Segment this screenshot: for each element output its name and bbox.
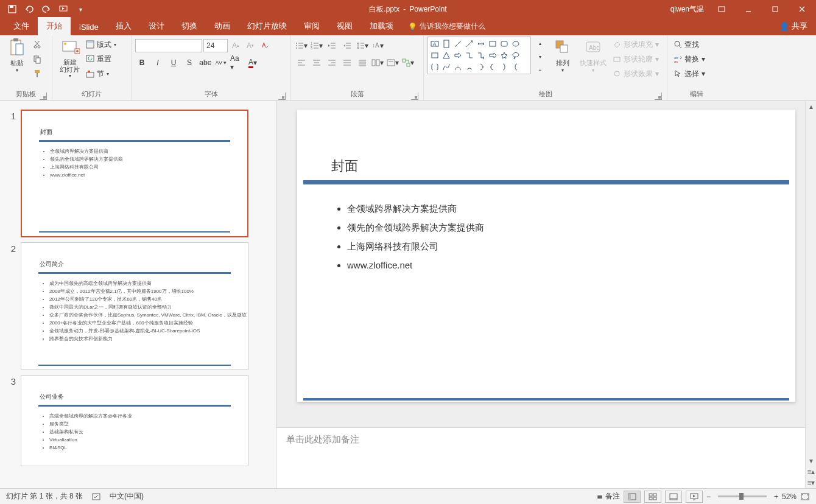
- zoom-out-button[interactable]: −: [706, 492, 711, 501]
- customize-qat-button[interactable]: ▾: [73, 2, 88, 16]
- ribbon-display-options-button[interactable]: [712, 2, 731, 16]
- font-dialog-launcher[interactable]: [278, 93, 286, 100]
- text-direction-button[interactable]: ↕A▾: [371, 39, 384, 52]
- format-painter-button[interactable]: [30, 67, 44, 80]
- vertical-textbox-shape[interactable]: [441, 38, 452, 49]
- tab-addins[interactable]: 加载项: [361, 17, 402, 35]
- tab-design[interactable]: 设计: [140, 17, 173, 35]
- editor-scrollbar[interactable]: ▴ ▾ ≡▴ ≡▾: [805, 101, 816, 488]
- textbox-shape[interactable]: A: [429, 38, 440, 49]
- zoom-in-button[interactable]: +: [774, 492, 778, 501]
- slide-content[interactable]: 全领域跨界解决方案提供商 领先的全领域跨界解决方案提供商 上海网络科技有限公司 …: [336, 200, 484, 274]
- redo-button[interactable]: [39, 2, 54, 16]
- right-arrow-shape[interactable]: [452, 50, 463, 61]
- reset-button[interactable]: 重置: [83, 52, 119, 66]
- tab-islide[interactable]: iSlide: [71, 19, 107, 35]
- freeform-shape[interactable]: [441, 61, 452, 72]
- shape-fill-button[interactable]: 形状填充 ▾: [610, 38, 661, 51]
- block-arrow-shape[interactable]: [487, 50, 498, 61]
- undo-button[interactable]: [22, 2, 37, 16]
- oval-shape[interactable]: [510, 38, 521, 49]
- shapes-row-up[interactable]: ▴: [533, 37, 547, 50]
- arrange-button[interactable]: 排列▾: [549, 37, 576, 74]
- next-slide-button[interactable]: ≡▾: [806, 477, 816, 488]
- slide-canvas[interactable]: 封面 全领域跨界解决方案提供商 领先的全领域跨界解决方案提供商 上海网络科技有限…: [297, 110, 795, 402]
- star-shape[interactable]: [499, 50, 510, 61]
- maximize-button[interactable]: [766, 2, 784, 16]
- tab-home[interactable]: 开始: [38, 17, 71, 35]
- notes-pane[interactable]: 单击此处添加备注: [276, 427, 805, 488]
- shapes-more[interactable]: ≡: [533, 63, 547, 77]
- rectangle2-shape[interactable]: [429, 50, 440, 61]
- align-text-button[interactable]: ▾: [386, 56, 399, 69]
- tab-animation[interactable]: 动画: [206, 17, 239, 35]
- section-button[interactable]: 节▾: [83, 67, 119, 80]
- increase-font-button[interactable]: A▴: [229, 39, 242, 52]
- italic-button[interactable]: I: [151, 56, 164, 69]
- reading-view-button[interactable]: [665, 491, 682, 503]
- save-button[interactable]: [5, 2, 19, 16]
- normal-view-button[interactable]: [624, 491, 641, 503]
- slideshow-view-button[interactable]: [686, 491, 703, 503]
- left-brace-shape[interactable]: [487, 61, 498, 72]
- elbow-arrow-shape[interactable]: [476, 50, 487, 61]
- new-slide-button[interactable]: 新建 幻灯片 ▾: [56, 37, 83, 80]
- arc-shape[interactable]: [464, 61, 475, 72]
- slide-sorter-button[interactable]: [644, 491, 661, 503]
- slide-thumbnail-2[interactable]: 公司简介 成为中国领先的高端全领域跨界解决方案提供商 2008年成立，2012年…: [21, 242, 248, 370]
- paragraph-dialog-launcher[interactable]: [411, 93, 418, 100]
- shapes-gallery[interactable]: A: [427, 37, 531, 74]
- clipboard-dialog-launcher[interactable]: [40, 93, 47, 100]
- double-arrow-shape[interactable]: [476, 38, 487, 49]
- rectangle-shape[interactable]: [487, 38, 498, 49]
- line-spacing-button[interactable]: ▾: [356, 39, 369, 52]
- font-size-combo[interactable]: 24: [203, 39, 228, 52]
- decrease-font-button[interactable]: A▾: [244, 39, 257, 52]
- arrow-line-shape[interactable]: [464, 38, 475, 49]
- align-center-button[interactable]: [310, 56, 323, 69]
- bullets-button[interactable]: ▾: [295, 39, 308, 52]
- justify-button[interactable]: [340, 56, 354, 69]
- slide-title[interactable]: 封面: [331, 157, 358, 175]
- zoom-slider[interactable]: [718, 495, 767, 497]
- notes-toggle[interactable]: ≣备注: [597, 491, 620, 502]
- scroll-down-button[interactable]: ▾: [806, 455, 816, 466]
- tab-insert[interactable]: 插入: [107, 17, 140, 35]
- tab-view[interactable]: 视图: [328, 17, 361, 35]
- tell-me-search[interactable]: 💡 告诉我你想要做什么: [408, 18, 485, 35]
- language-indicator[interactable]: 中文(中国): [110, 491, 144, 502]
- speech-bubble-shape[interactable]: [510, 50, 521, 61]
- slide-thumbnails-panel[interactable]: 1 封面 全领域跨界解决方案提供商 领先的全领域跨界解决方案提供商 上海网络科技…: [0, 101, 276, 488]
- close-button[interactable]: [793, 2, 811, 16]
- smartart-button[interactable]: ▾: [401, 56, 415, 69]
- align-right-button[interactable]: [325, 56, 339, 69]
- align-left-button[interactable]: [295, 56, 308, 69]
- fit-to-window-button[interactable]: [800, 492, 810, 501]
- font-color-button[interactable]: A ▾: [246, 56, 259, 69]
- paste-button[interactable]: 粘贴 ▾: [4, 37, 30, 74]
- slide-thumbnail-1[interactable]: 封面 全领域跨界解决方案提供商 领先的全领域跨界解决方案提供商 上海网络科技有限…: [21, 110, 248, 237]
- elbow-connector-shape[interactable]: [464, 50, 475, 61]
- user-name[interactable]: qiwen气温: [670, 4, 704, 15]
- minimize-button[interactable]: [739, 2, 758, 16]
- spell-check-icon[interactable]: [91, 492, 101, 502]
- triangle-shape[interactable]: [441, 50, 452, 61]
- start-from-beginning-button[interactable]: [56, 2, 71, 16]
- layout-button[interactable]: 版式▾: [83, 38, 119, 51]
- clear-formatting-button[interactable]: A: [258, 39, 272, 52]
- zoom-level[interactable]: 52%: [782, 492, 797, 501]
- right-brace-shape[interactable]: [476, 61, 487, 72]
- shadow-button[interactable]: S: [183, 56, 196, 69]
- right-bracket-shape[interactable]: [499, 61, 510, 72]
- slide-counter[interactable]: 幻灯片 第 1 张，共 8 张: [6, 491, 83, 502]
- character-spacing-button[interactable]: AV ▾: [214, 56, 228, 69]
- slide-thumbnail-3[interactable]: 公司业务 高端全领域跨界的解决方案@各行各业 服务类型 基础架构私有云 Virt…: [21, 375, 248, 466]
- canvas-area[interactable]: 封面 全领域跨界解决方案提供商 领先的全领域跨界解决方案提供商 上海网络科技有限…: [276, 101, 816, 427]
- previous-slide-button[interactable]: ≡▴: [806, 466, 816, 477]
- columns-button[interactable]: ▾: [371, 56, 384, 69]
- share-button[interactable]: 👤 共享: [779, 21, 807, 32]
- replace-button[interactable]: abac替换 ▾: [671, 52, 708, 66]
- tab-review[interactable]: 审阅: [295, 17, 328, 35]
- shape-outline-button[interactable]: 形状轮廓 ▾: [610, 52, 661, 66]
- font-name-combo[interactable]: [135, 39, 202, 52]
